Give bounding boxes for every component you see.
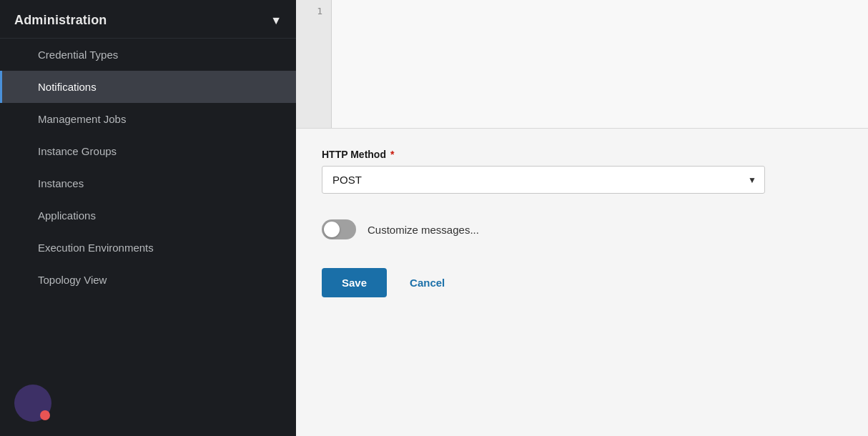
sidebar-item-credential-types[interactable]: Credential Types xyxy=(0,39,296,71)
sidebar-item-execution-environments[interactable]: Execution Environments xyxy=(0,232,296,264)
code-editor: 1 xyxy=(296,0,868,129)
http-method-label: HTTP Method * xyxy=(322,149,842,160)
toggle-knob xyxy=(324,222,340,237)
customize-messages-row: Customize messages... xyxy=(322,214,842,239)
sidebar-item-applications[interactable]: Applications xyxy=(0,199,296,232)
sidebar-item-label: Management Jobs xyxy=(38,113,126,125)
sidebar: Administration ▼ Credential Types Notifi… xyxy=(0,0,296,436)
administration-section-header[interactable]: Administration ▼ xyxy=(0,0,296,39)
form-button-row: Save Cancel xyxy=(322,268,842,312)
sidebar-item-label: Credential Types xyxy=(38,49,118,61)
sidebar-item-instance-groups[interactable]: Instance Groups xyxy=(0,135,296,167)
sidebar-item-notifications[interactable]: Notifications xyxy=(0,71,296,103)
sidebar-item-management-jobs[interactable]: Management Jobs xyxy=(0,103,296,135)
sidebar-item-label: Instance Groups xyxy=(38,145,117,157)
sidebar-item-topology-view[interactable]: Topology View xyxy=(0,264,296,296)
line-numbers-gutter: 1 xyxy=(296,0,332,128)
customize-messages-toggle[interactable] xyxy=(322,219,356,239)
required-indicator: * xyxy=(390,149,394,160)
sidebar-item-label: Instances xyxy=(38,177,84,189)
sidebar-item-label: Topology View xyxy=(38,274,107,286)
customize-messages-label: Customize messages... xyxy=(368,224,479,236)
save-button[interactable]: Save xyxy=(322,268,387,297)
sidebar-item-label: Applications xyxy=(38,209,96,222)
sidebar-item-label: Execution Environments xyxy=(38,242,154,254)
http-method-field-group: HTTP Method * POST GET PUT PATCH DELETE … xyxy=(322,149,842,194)
sidebar-item-label: Notifications xyxy=(38,81,97,93)
line-number-1: 1 xyxy=(317,6,322,16)
sidebar-item-instances[interactable]: Instances xyxy=(0,167,296,199)
form-section: HTTP Method * POST GET PUT PATCH DELETE … xyxy=(296,129,868,436)
chevron-down-icon: ▼ xyxy=(270,14,282,27)
cancel-button[interactable]: Cancel xyxy=(398,268,456,297)
code-input-area[interactable] xyxy=(332,0,868,128)
http-method-select-wrapper: POST GET PUT PATCH DELETE ▼ xyxy=(322,166,765,194)
user-avatar[interactable] xyxy=(14,385,51,422)
main-content: 1 HTTP Method * POST GET PUT PATCH DELET… xyxy=(296,0,868,436)
http-method-select[interactable]: POST GET PUT PATCH DELETE xyxy=(322,166,765,194)
administration-title: Administration xyxy=(14,13,107,28)
